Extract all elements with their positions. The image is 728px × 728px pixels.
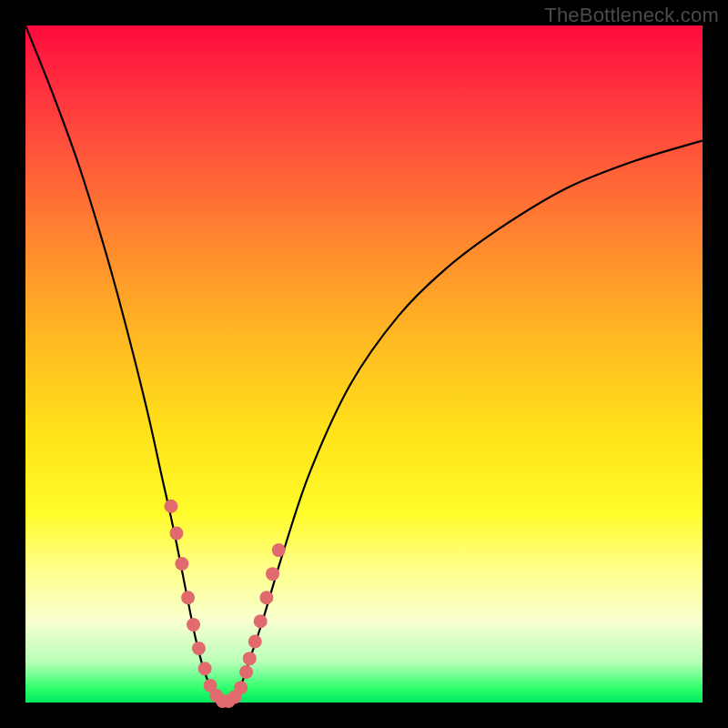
marker-dot xyxy=(248,635,262,649)
marker-dot xyxy=(234,681,248,694)
marker-dot xyxy=(169,527,183,541)
marker-dot xyxy=(259,591,273,604)
bottleneck-curve xyxy=(25,25,703,703)
marker-dot xyxy=(243,652,257,665)
marker-dot xyxy=(181,591,195,604)
marker-dot xyxy=(266,567,279,581)
marker-group xyxy=(164,500,285,708)
chart-svg xyxy=(25,25,703,703)
chart-plot-area xyxy=(25,25,703,703)
marker-dot xyxy=(198,662,212,675)
watermark-text: TheBottleneck.com xyxy=(544,4,719,27)
marker-dot xyxy=(164,500,177,513)
marker-dot xyxy=(239,665,253,679)
marker-dot xyxy=(272,543,286,557)
marker-dot xyxy=(254,614,268,628)
marker-dot xyxy=(192,642,206,655)
marker-dot xyxy=(175,557,188,571)
marker-dot xyxy=(187,618,200,632)
